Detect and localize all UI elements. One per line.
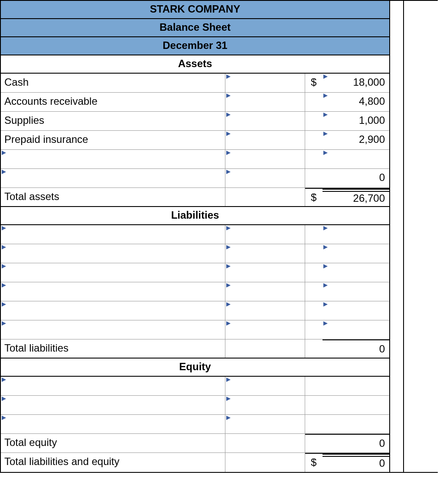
statement-title-row: Balance Sheet	[1, 19, 389, 37]
liability-row	[1, 320, 389, 339]
total-liabilities-mid	[225, 339, 305, 358]
liability-currency-symbol	[305, 225, 322, 244]
asset-currency-symbol	[305, 169, 322, 187]
asset-currency-symbol	[305, 112, 322, 130]
equity-currency-symbol	[305, 415, 322, 433]
company-header: STARK COMPANY	[1, 1, 389, 19]
asset-currency-symbol: $	[305, 74, 322, 92]
liability-value-input[interactable]	[322, 282, 389, 301]
equity-mid-input[interactable]	[225, 415, 305, 433]
liability-currency-symbol	[305, 320, 322, 339]
total-assets-mid	[225, 188, 305, 206]
liability-value-input[interactable]	[322, 263, 389, 282]
equity-value	[322, 377, 389, 395]
asset-mid-input[interactable]	[225, 131, 305, 149]
equity-header: Equity	[1, 359, 389, 376]
equity-label-input[interactable]	[1, 377, 225, 395]
asset-mid-input[interactable]	[225, 112, 305, 130]
total-equity-mid	[225, 434, 305, 452]
equity-row	[1, 415, 389, 434]
asset-label: Accounts receivable	[1, 93, 225, 111]
total-equity-row: Total equity 0	[1, 434, 389, 453]
liabilities-header-row: Liabilities	[1, 207, 389, 225]
total-assets-label: Total assets	[1, 188, 225, 206]
asset-currency-symbol	[305, 150, 322, 168]
liability-currency-symbol	[305, 301, 322, 320]
equity-label-input[interactable]	[1, 415, 225, 433]
total-liabilities-value: 0	[322, 339, 389, 358]
asset-row: Accounts receivable4,800	[1, 93, 389, 112]
asset-row: Supplies1,000	[1, 112, 389, 131]
liability-mid-input[interactable]	[225, 301, 305, 320]
equity-header-row: Equity	[1, 359, 389, 377]
asset-value-input[interactable]	[322, 150, 389, 168]
liabilities-header: Liabilities	[1, 207, 389, 224]
total-liabilities-equity-value: 0	[322, 453, 389, 472]
asset-mid-input[interactable]	[225, 150, 305, 168]
liability-label-input[interactable]	[1, 282, 225, 301]
liability-value-input[interactable]	[322, 225, 389, 244]
equity-label-input[interactable]	[1, 396, 225, 414]
liability-value-input[interactable]	[322, 244, 389, 263]
statement-date: December 31	[1, 37, 389, 55]
equity-currency-symbol	[305, 396, 322, 414]
total-equity-label: Total equity	[1, 434, 225, 452]
liability-row	[1, 225, 389, 244]
asset-label: Cash	[1, 74, 225, 92]
company-name: STARK COMPANY	[1, 1, 389, 18]
equity-mid-input[interactable]	[225, 396, 305, 414]
liability-label-input[interactable]	[1, 301, 225, 320]
asset-mid-input[interactable]	[225, 93, 305, 111]
asset-label-input[interactable]	[1, 169, 225, 187]
liability-mid-input[interactable]	[225, 225, 305, 244]
total-assets-value: 26,700	[322, 188, 389, 206]
asset-value-input[interactable]: 4,800	[322, 93, 389, 111]
asset-label: Supplies	[1, 112, 225, 130]
assets-header-row: Assets	[1, 55, 389, 74]
liability-row	[1, 244, 389, 263]
liability-value-input[interactable]	[322, 320, 389, 339]
equity-value	[322, 396, 389, 414]
total-assets-row: Total assets $ 26,700	[1, 188, 389, 207]
asset-value-input[interactable]: 2,900	[322, 131, 389, 149]
liability-mid-input[interactable]	[225, 282, 305, 301]
liability-mid-input[interactable]	[225, 244, 305, 263]
asset-currency-symbol	[305, 131, 322, 149]
asset-currency-symbol	[305, 93, 322, 111]
assets-header: Assets	[1, 55, 389, 73]
total-liabilities-equity-label: Total liabilities and equity	[1, 453, 225, 472]
asset-label: Prepaid insurance	[1, 131, 225, 149]
asset-mid-input[interactable]	[225, 74, 305, 92]
asset-row	[1, 150, 389, 169]
equity-value	[322, 415, 389, 433]
asset-row: Cash$18,000	[1, 74, 389, 93]
equity-mid-input[interactable]	[225, 377, 305, 395]
asset-row: Prepaid insurance2,900	[1, 131, 389, 150]
liability-label-input[interactable]	[1, 320, 225, 339]
liability-mid-input[interactable]	[225, 263, 305, 282]
total-equity-symbol	[305, 434, 322, 452]
liability-label-input[interactable]	[1, 263, 225, 282]
balance-sheet: STARK COMPANY Balance Sheet December 31 …	[0, 0, 390, 473]
liability-currency-symbol	[305, 263, 322, 282]
equity-currency-symbol	[305, 377, 322, 395]
total-liabilities-row: Total liabilities 0	[1, 339, 389, 359]
equity-row	[1, 377, 389, 396]
total-assets-symbol: $	[305, 188, 322, 206]
liability-label-input[interactable]	[1, 244, 225, 263]
asset-label-input[interactable]	[1, 150, 225, 168]
asset-mid-input[interactable]	[225, 169, 305, 187]
liability-mid-input[interactable]	[225, 320, 305, 339]
total-liabilities-equity-symbol: $	[305, 453, 322, 472]
total-liabilities-symbol	[305, 339, 322, 358]
total-liabilities-label: Total liabilities	[1, 339, 225, 358]
asset-value-input[interactable]: 1,000	[322, 112, 389, 130]
asset-value-input[interactable]: 18,000	[322, 74, 389, 92]
liability-row	[1, 263, 389, 282]
statement-title: Balance Sheet	[1, 19, 389, 36]
liability-value-input[interactable]	[322, 301, 389, 320]
liability-row	[1, 282, 389, 301]
asset-row: 0	[1, 169, 389, 188]
liability-row	[1, 301, 389, 320]
liability-label-input[interactable]	[1, 225, 225, 244]
